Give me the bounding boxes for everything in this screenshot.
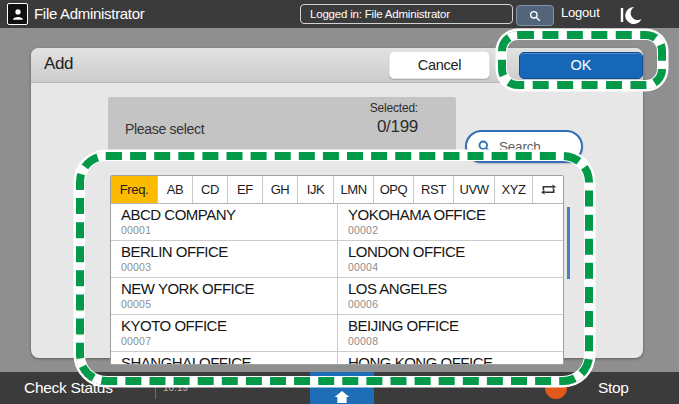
search-icon [528,9,542,23]
clock: 10:19 [163,372,188,404]
tab-xyz[interactable]: XYZ [494,176,532,203]
search-label: Search [499,139,541,154]
dialog-header: Add Cancel OK [31,48,643,83]
top-bar: File Administrator Logged in: File Admin… [0,0,679,28]
index-tab-bar: Freq. AB CD EF GH IJK LMN OPQ RST UVW XY… [111,176,563,204]
table-row: BERLIN OFFICE 00003 LONDON OFFICE 00004 [111,241,563,278]
tab-opq[interactable]: OPQ [373,176,413,203]
tab-ef[interactable]: EF [227,176,262,203]
search-icon [477,139,492,154]
selected-label: Selected: [370,101,418,115]
select-prompt: Please select [125,121,204,137]
stop-icon[interactable] [545,377,567,399]
energy-saver-button[interactable] [617,4,647,25]
address-entry[interactable]: ABCD COMPANY 00001 [111,204,337,240]
selected-count: 0/199 [370,117,418,137]
switch-order-button[interactable] [532,176,563,203]
switch-order-icon [539,180,558,199]
stop-label: Stop [598,372,629,404]
table-row: ABCD COMPANY 00001 YOKOHAMA OFFICE 00002 [111,204,563,241]
person-icon [11,7,25,22]
logged-in-user-title: File Administrator [34,0,144,28]
address-entry[interactable]: HONG KONG OFFICE [337,352,563,365]
logged-in-status: Logged in: File Administrator [300,4,513,24]
selection-band: Please select Selected: 0/199 [108,97,456,152]
home-icon [334,390,350,404]
address-entry[interactable]: LONDON OFFICE 00004 [337,241,563,277]
address-entry[interactable]: YOKOHAMA OFFICE 00002 [337,204,563,240]
address-entry[interactable]: SHANGHAI OFFICE [111,352,337,365]
address-entry[interactable]: KYOTO OFFICE 00007 [111,315,337,351]
address-rows: ABCD COMPANY 00001 YOKOHAMA OFFICE 00002… [111,204,563,365]
address-entry[interactable]: BERLIN OFFICE 00003 [111,241,337,277]
address-entry[interactable]: NEW YORK OFFICE 00005 [111,278,337,314]
tab-cd[interactable]: CD [192,176,227,203]
address-entry[interactable]: BEIJING OFFICE 00008 [337,315,563,351]
table-row: SHANGHAI OFFICE HONG KONG OFFICE [111,352,563,365]
ok-button[interactable]: OK [519,52,643,79]
address-list-panel: Freq. AB CD EF GH IJK LMN OPQ RST UVW XY… [110,175,564,365]
selected-counter: Selected: 0/199 [370,101,418,137]
list-scrollbar[interactable] [567,207,570,279]
cancel-button[interactable]: Cancel [389,51,490,79]
tab-lmn[interactable]: LMN [333,176,373,203]
tab-ab[interactable]: AB [157,176,192,203]
tab-uvw[interactable]: UVW [453,176,494,203]
address-entry[interactable]: LOS ANGELES 00006 [337,278,563,314]
table-row: KYOTO OFFICE 00007 BEIJING OFFICE 00008 [111,315,563,352]
tab-rst[interactable]: RST [413,176,453,203]
search-button[interactable] [516,5,554,26]
dialog-title: Add [44,54,73,74]
table-row: NEW YORK OFFICE 00005 LOS ANGELES 00006 [111,278,563,315]
device-screen: File Administrator Logged in: File Admin… [0,0,679,404]
user-icon [7,3,28,25]
tab-ijk[interactable]: IJK [297,176,333,203]
tab-gh[interactable]: GH [262,176,297,203]
divider [155,377,156,399]
logout-button[interactable]: Logout [561,0,600,28]
bottom-bar: Check Status 10:19 Stop [0,372,679,404]
home-button[interactable] [310,372,374,404]
tab-freq[interactable]: Freq. [111,176,157,203]
address-search-button[interactable]: Search [465,130,583,163]
check-status-button[interactable]: Check Status [24,372,113,404]
energy-saver-icon [617,5,643,25]
